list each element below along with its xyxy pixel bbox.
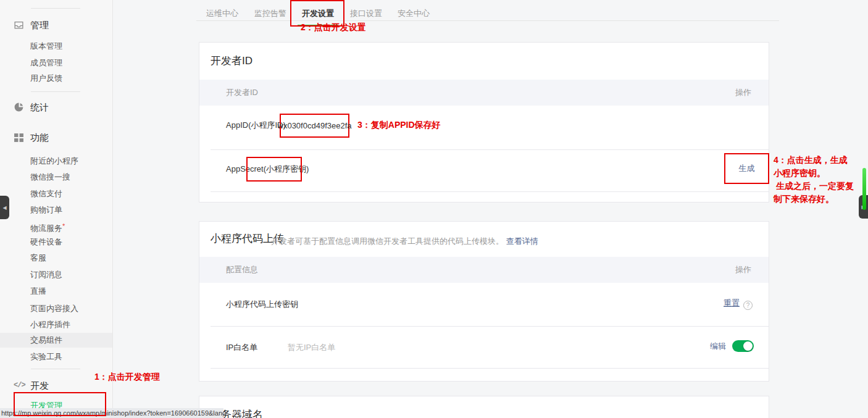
sidebar-item-miniprogram-plugin[interactable]: 小程序插件 (0, 317, 112, 332)
question-circle-icon[interactable]: ? (743, 301, 753, 310)
upload-key-label: 小程序代码上传密钥 (226, 298, 298, 311)
sidebar-item-shopping-orders[interactable]: 购物订单 (0, 203, 112, 217)
row-divider (211, 149, 769, 150)
row-divider (211, 326, 769, 327)
sidebar-item-label: 物流服务 (30, 224, 62, 233)
sidebar-item-customer-service[interactable]: 客服 (0, 251, 112, 265)
sidebar-item-wechat-search[interactable]: 微信搜一搜 (0, 170, 112, 185)
sidebar-group-label: 管理 (30, 20, 49, 31)
sidebar: 管理 版本管理 成员管理 用户反馈 统计 功能 附近的小程序 微信搜一搜 微信支… (0, 0, 113, 418)
collapse-left-handle[interactable]: ◀ (0, 196, 9, 219)
sidebar-group-statistics[interactable]: 统计 (0, 101, 113, 114)
sidebar-item-trade-component[interactable]: 交易组件 (0, 333, 112, 348)
new-badge: * (62, 222, 65, 230)
sidebar-divider (31, 8, 80, 9)
developer-id-card: 开发者ID 开发者ID 操作 AppID(小程序ID) wx030f0cd49f… (199, 42, 769, 203)
annotation-step2: 2：点击开发设置 (301, 22, 366, 33)
sidebar-item-page-content-access[interactable]: 页面内容接入 (0, 301, 112, 316)
annotation-step4-line1: 4：点击生成，生成 (774, 154, 854, 167)
appid-value: wx030f0cd49f3ee2fa (278, 121, 352, 130)
sidebar-divider (31, 91, 80, 92)
tab-monitor-alert[interactable]: 监控告警 (254, 6, 286, 20)
ip-whitelist-toggle-on[interactable] (732, 340, 754, 352)
row-divider (211, 191, 769, 192)
code-upload-description: 开发者可基于配置信息调用微信开发者工具提供的代码上传模块。 (271, 236, 504, 246)
sidebar-divider (31, 369, 80, 369)
appid-label: AppID(小程序ID) (226, 119, 286, 132)
code-upload-table-header: 配置信息 操作 (199, 257, 769, 283)
sidebar-item-subscribe-message[interactable]: 订阅消息 (0, 267, 112, 282)
sidebar-item-user-feedback[interactable]: 用户反馈 (0, 71, 112, 86)
annotation-box-generate: 生成 (724, 153, 769, 184)
developer-id-title: 开发者ID (211, 54, 252, 68)
toggle-knob (743, 341, 753, 351)
annotation-box-appsecret (246, 157, 302, 182)
column-header-developer-id: 开发者ID (226, 80, 258, 106)
tab-api-settings[interactable]: 接口设置 (350, 6, 382, 20)
inbox-icon (14, 20, 24, 30)
annotation-box-dev-manage (14, 392, 106, 416)
sidebar-item-logistics-service[interactable]: 物流服务* (0, 219, 112, 233)
sidebar-item-experiment-tools[interactable]: 实验工具 (0, 349, 112, 364)
tab-bar-divider (196, 20, 779, 21)
upload-key-actions: 重置? (724, 297, 753, 310)
annotation-step3: 3：复制APPID保存好 (357, 120, 441, 131)
generate-button[interactable]: 生成 (739, 163, 755, 174)
sidebar-item-hardware-devices[interactable]: 硬件设备 (0, 235, 112, 249)
sidebar-group-label: 开发 (30, 380, 49, 392)
grid-icon (14, 132, 24, 143)
edit-button[interactable]: 编辑 (710, 341, 726, 351)
server-domain-card: 服务器域名 (199, 396, 769, 418)
code-upload-card: 小程序代码上传 开发者可基于配置信息调用微信开发者工具提供的代码上传模块。 查看… (199, 221, 769, 382)
reset-button[interactable]: 重置 (724, 298, 740, 307)
sidebar-item-member-manage[interactable]: 成员管理 (0, 56, 112, 70)
column-header-action: 操作 (735, 257, 751, 283)
sidebar-item-wechat-pay[interactable]: 微信支付 (0, 186, 112, 201)
sidebar-item-nearby-miniprogram[interactable]: 附近的小程序 (0, 154, 112, 169)
annotation-step4-line3: 生成之后，一定要复 (774, 180, 854, 193)
code-icon: </> (14, 381, 24, 391)
sidebar-item-live-streaming[interactable]: 直播 (0, 284, 112, 299)
developer-id-table-header: 开发者ID 操作 (199, 80, 769, 106)
pie-chart-icon (14, 102, 24, 112)
annotation-step4-line4: 制下来保存好。 (774, 193, 854, 206)
sidebar-group-label: 功能 (30, 132, 49, 144)
sidebar-group-manage[interactable]: 管理 (0, 19, 113, 32)
column-header-action: 操作 (735, 80, 751, 106)
annotation-step4: 4：点击生成，生成 小程序密钥。 生成之后，一定要复 制下来保存好。 (774, 154, 854, 206)
ip-whitelist-actions: 编辑 (710, 340, 754, 352)
code-upload-description-line: 开发者可基于配置信息调用微信开发者工具提供的代码上传模块。 查看详情 (271, 236, 538, 247)
ip-whitelist-value: 暂无IP白名单 (288, 341, 335, 354)
annotation-step1: 1：点击开发管理 (94, 372, 160, 383)
tab-security-center[interactable]: 安全中心 (398, 6, 430, 20)
tab-ops-center[interactable]: 运维中心 (206, 6, 238, 20)
appid-value-highlight-box: wx030f0cd49f3ee2fa (280, 114, 349, 138)
sidebar-item-version-manage[interactable]: 版本管理 (0, 39, 112, 54)
ip-whitelist-label: IP白名单 (226, 341, 257, 354)
column-header-config-info: 配置信息 (226, 257, 258, 283)
sidebar-group-label: 统计 (30, 102, 49, 114)
row-divider (211, 368, 769, 369)
green-marker-bar (862, 168, 866, 210)
view-details-link[interactable]: 查看详情 (506, 236, 538, 246)
annotation-step4-line2: 小程序密钥。 (774, 167, 854, 180)
sidebar-group-features[interactable]: 功能 (0, 131, 113, 144)
